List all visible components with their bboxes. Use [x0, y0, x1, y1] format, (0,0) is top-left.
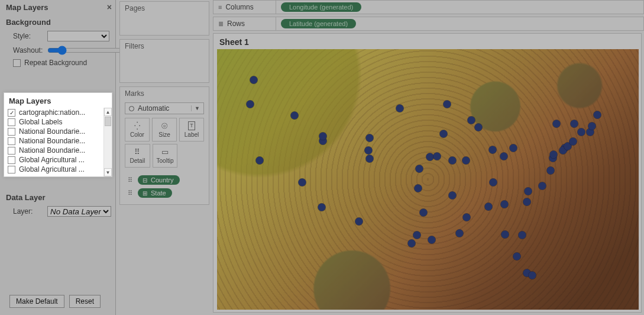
layer-checkbox[interactable] [8, 118, 15, 126]
layer-checkbox[interactable] [8, 137, 15, 145]
map-point[interactable] [569, 138, 577, 146]
label-button[interactable]: TLabel [179, 118, 204, 142]
detail-button[interactable]: ⠿Detail [125, 144, 150, 168]
map-point[interactable] [355, 218, 363, 226]
layer-scrollbar[interactable]: ▲ ▼ [103, 108, 112, 176]
layer-checkbox[interactable] [8, 147, 15, 155]
make-default-button[interactable]: Make Default [9, 295, 64, 308]
map-point[interactable] [366, 134, 374, 142]
map-point[interactable] [518, 232, 526, 239]
rows-shelf[interactable]: ≣Rows Latitude (generated) [213, 17, 644, 31]
map-point[interactable] [426, 153, 433, 161]
map-point[interactable] [419, 209, 427, 217]
map-point[interactable] [475, 124, 483, 131]
map-point[interactable] [593, 111, 601, 118]
size-button[interactable]: ⦾Size [152, 118, 177, 142]
pages-card: Pages [119, 1, 209, 36]
map-point[interactable] [462, 157, 470, 165]
scroll-down-icon[interactable]: ▼ [104, 168, 112, 176]
layer-checkbox[interactable] [8, 156, 15, 164]
map-point[interactable] [413, 232, 420, 239]
washout-slider[interactable] [47, 46, 124, 55]
pages-title: Pages [120, 2, 209, 15]
layer-checkbox[interactable] [8, 166, 15, 173]
reset-button[interactable]: Reset [69, 295, 101, 308]
map-point[interactable] [256, 157, 264, 165]
sheet-title: Sheet 1 [213, 34, 641, 48]
map-point[interactable] [552, 120, 560, 127]
map-point[interactable] [501, 230, 509, 238]
map-point[interactable] [484, 202, 492, 210]
repeat-bg-checkbox[interactable] [13, 59, 21, 67]
layer-item[interactable]: Global Labels [8, 117, 103, 127]
layer-item[interactable]: National Boundarie... [8, 146, 103, 155]
map-point[interactable] [500, 152, 507, 160]
filters-card: Filters [119, 39, 209, 83]
map-point[interactable] [488, 146, 496, 153]
map-layers-heading: Map Layers [4, 93, 112, 108]
layer-checkbox[interactable] [8, 128, 15, 136]
map-point[interactable] [443, 100, 451, 108]
pill-state[interactable]: ⊞State [138, 188, 172, 198]
map-point[interactable] [448, 157, 456, 165]
map-point[interactable] [298, 178, 306, 186]
map-point[interactable] [319, 133, 327, 140]
layer-item[interactable]: National Boundarie... [8, 127, 103, 136]
style-dropdown[interactable] [47, 31, 109, 41]
minus-icon: ⊟ [143, 177, 147, 184]
mark-type-dropdown[interactable]: Automatic ▼ [125, 102, 204, 114]
map-point[interactable] [539, 182, 546, 189]
map-point[interactable] [528, 272, 536, 279]
layer-checkbox[interactable]: ✓ [8, 109, 15, 117]
map-point[interactable] [246, 100, 254, 108]
layer-item[interactable]: Global Agricultural ... [8, 155, 103, 165]
map-point[interactable] [550, 150, 558, 158]
filters-title: Filters [120, 40, 209, 53]
layer-item[interactable]: Global Agricultural ... [8, 165, 103, 174]
close-icon[interactable]: × [107, 2, 112, 12]
layer-label: Layer: [13, 207, 44, 216]
map-point[interactable] [570, 120, 578, 127]
map-point[interactable] [513, 253, 520, 261]
rows-pill[interactable]: Latitude (generated) [281, 19, 356, 28]
map-point[interactable] [416, 165, 423, 172]
map-point[interactable] [428, 236, 436, 243]
layer-item[interactable]: ✓cartographic:nation... [8, 108, 103, 117]
layer-item[interactable]: National Boundarie... [8, 136, 103, 146]
scroll-up-icon[interactable]: ▲ [104, 108, 112, 116]
tooltip-button[interactable]: ▭Tooltip [153, 144, 178, 168]
map-point[interactable] [546, 166, 554, 174]
cards-column: Pages Filters Marks Automatic ▼ ⁛Color ⦾… [119, 0, 209, 315]
map-point[interactable] [318, 204, 326, 211]
map-point[interactable] [523, 198, 530, 205]
scroll-thumb[interactable] [105, 117, 111, 126]
washout-label: Washout: [13, 46, 44, 54]
columns-shelf[interactable]: ≡Columns Longitude (generated) [213, 0, 644, 14]
map-point[interactable] [463, 213, 471, 221]
map-point[interactable] [468, 116, 475, 124]
color-button[interactable]: ⁛Color [125, 118, 150, 142]
map-point[interactable] [455, 230, 463, 237]
map-point[interactable] [489, 178, 497, 186]
pill-country[interactable]: ⊟Country [138, 175, 180, 185]
map-point[interactable] [440, 130, 448, 137]
map-view[interactable] [217, 49, 639, 310]
map-point[interactable] [366, 155, 374, 163]
map-point[interactable] [588, 123, 596, 130]
detail-icon: ⠿ [125, 176, 135, 184]
sheet-area: Sheet 1 [213, 33, 642, 313]
map-point[interactable] [414, 185, 422, 192]
map-point[interactable] [407, 239, 415, 247]
map-point[interactable] [365, 147, 373, 155]
map-point[interactable] [250, 76, 258, 83]
map-point[interactable] [448, 192, 456, 200]
map-point[interactable] [578, 128, 585, 136]
map-point[interactable] [433, 152, 441, 160]
data-layer-dropdown[interactable]: No Data Layer [47, 206, 111, 217]
map-point[interactable] [291, 112, 299, 120]
map-point[interactable] [524, 187, 532, 195]
map-point[interactable] [396, 105, 403, 112]
map-point[interactable] [500, 201, 508, 208]
columns-pill[interactable]: Longitude (generated) [281, 2, 361, 12]
map-point[interactable] [510, 144, 517, 152]
